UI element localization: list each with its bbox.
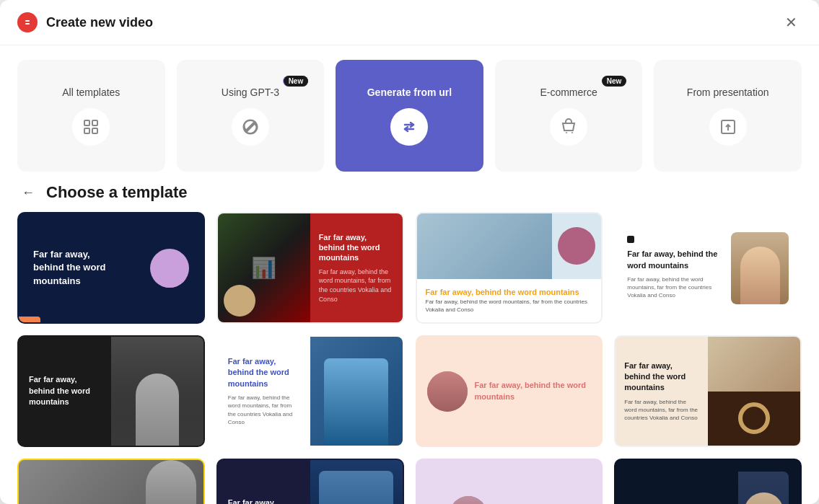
template-card[interactable]: Far far away, behind the word mountains [614, 459, 802, 504]
template-title: Far far away, behind the word mountains [475, 380, 592, 402]
template-card[interactable]: Far far away, behind the word mountains [17, 459, 205, 504]
avatar [558, 227, 595, 265]
tab-ecommerce[interactable]: New E-commerce [495, 60, 643, 172]
ocean-image [310, 337, 403, 446]
tab-label: Using GPT-3 [222, 87, 279, 98]
template-card[interactable]: Far far away, behind [416, 459, 603, 504]
app-logo [17, 12, 38, 32]
avatar [450, 496, 487, 505]
basket-icon [550, 108, 587, 146]
svg-point-7 [400, 118, 419, 136]
template-subtitle: Far far away, behind the word mountains,… [627, 275, 722, 300]
tab-gpt3[interactable]: Beta New Using GPT-3 [177, 60, 325, 172]
tab-label: All templates [62, 87, 120, 98]
grid-icon [72, 108, 110, 146]
openai-icon [232, 108, 269, 146]
templates-grid: Far far away, behind the word mountains … [0, 212, 819, 504]
template-left: Far far away, behind the word mountains [218, 460, 310, 504]
template-bottom: Far far away, behind the word mountains … [417, 279, 602, 322]
lamp-image [708, 337, 800, 392]
section-header: ← Choose a template [0, 183, 819, 212]
template-title: Far far away, behind the word mountains [319, 232, 394, 263]
wave-image [310, 460, 403, 504]
svg-point-0 [22, 17, 32, 27]
template-card[interactable]: Far far away, behind the word mountains … [216, 335, 404, 447]
template-card[interactable]: Far far away, behind the word mountains … [614, 335, 802, 447]
dot-accent [627, 236, 634, 243]
modal-title: Create new video [46, 15, 780, 30]
template-left: Far far away, behind the word mountains … [627, 236, 722, 299]
close-icon: ✕ [785, 14, 797, 31]
arrows-icon [390, 108, 428, 146]
svg-rect-6 [92, 128, 97, 133]
template-left: Far far away, behind the word mountains [19, 337, 111, 446]
modal-header: Create new video ✕ [0, 0, 819, 45]
template-title: Far far away, behind the word mountains [426, 287, 593, 297]
template-title: Far far away, behind the word mountains [228, 356, 300, 389]
template-subtitle: Far far away, behind the word mountains,… [319, 268, 394, 304]
background-image [19, 460, 203, 504]
svg-rect-2 [25, 23, 30, 25]
new-badge-ecommerce: New [602, 76, 627, 87]
person-image [731, 232, 789, 304]
template-card[interactable]: Far far away, behind the word mountains [17, 335, 205, 447]
template-top [417, 213, 602, 279]
svg-rect-1 [25, 20, 30, 22]
template-subtitle: Far far away, behind the word mountains,… [426, 298, 593, 314]
room-image [417, 213, 553, 279]
accent-bar [19, 317, 40, 322]
tab-from-presentation[interactable]: From presentation [654, 60, 802, 172]
tab-all-templates[interactable]: All templates [17, 60, 165, 172]
person-silhouette [111, 348, 203, 446]
template-title: Far far away, behind the word mountains [228, 498, 300, 504]
tab-generate-url[interactable]: Generate from url [336, 60, 483, 172]
new-badge: New [284, 76, 309, 87]
person-panel [111, 337, 203, 446]
section-title: Choose a template [46, 183, 188, 202]
svg-rect-3 [84, 120, 89, 125]
avatar [427, 371, 468, 412]
template-card[interactable]: Far far away, behind the word mountains … [614, 212, 802, 324]
template-left: Far far away, behind the word mountains … [218, 346, 310, 436]
template-card[interactable]: Far far away, behind the word mountains [416, 335, 603, 447]
template-right [708, 337, 800, 446]
template-right-panel: Far far away, behind the word mountains … [310, 213, 403, 322]
close-button[interactable]: ✕ [780, 12, 802, 33]
tabs-section: All templates Beta New Using GPT-3 [0, 45, 819, 183]
upload-icon [709, 108, 747, 146]
template-title: Far far away, behind the word mountains [627, 249, 722, 271]
template-card[interactable]: Far far away, behind the word mountains … [416, 212, 603, 324]
template-card[interactable]: Far far away, behind the word mountains [17, 212, 205, 324]
template-subtitle: Far far away, behind the word mountains,… [228, 394, 300, 426]
svg-rect-4 [92, 120, 97, 125]
create-video-modal: Create new video ✕ All templates Beta Ne… [0, 0, 819, 504]
template-text: Far far away, behind the word mountains [33, 248, 119, 288]
tab-label: E-commerce [540, 87, 597, 98]
person-image [738, 472, 789, 504]
avatar-small [224, 285, 255, 317]
template-card[interactable]: Far far away, behind the word mountains [216, 459, 404, 504]
svg-rect-5 [84, 128, 89, 133]
tab-label: From presentation [687, 87, 769, 98]
template-subtitle: Far far away, behind the word mountains,… [624, 398, 699, 423]
tab-label: Generate from url [367, 87, 452, 98]
template-left: Far far away, behind the word mountains … [616, 337, 708, 446]
back-button[interactable]: ← [17, 184, 39, 202]
circle-panel [708, 392, 800, 446]
template-card[interactable]: 📊 Far far away, behind the word mountain… [216, 212, 404, 324]
svg-point-9 [571, 132, 573, 133]
template-title: Far far away, behind the word mountains [624, 361, 699, 394]
template-title: Far far away, behind the word mountains [29, 374, 101, 407]
back-arrow-icon: ← [22, 185, 35, 200]
ring-decoration [738, 402, 770, 434]
svg-point-8 [566, 132, 567, 133]
avatar [150, 249, 189, 288]
template-left-panel: 📊 [218, 213, 310, 322]
